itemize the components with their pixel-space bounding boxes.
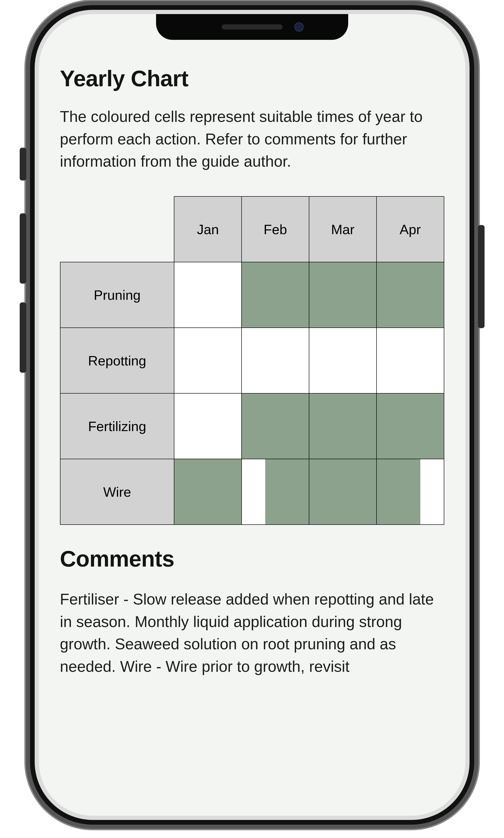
phone-bezel: Yearly Chart The coloured cells represen…: [39, 14, 465, 816]
col-header-jan: Jan: [174, 196, 241, 262]
volume-down-button[interactable]: [20, 302, 26, 373]
page-title: Yearly Chart: [60, 66, 444, 91]
chart-cell: [174, 262, 241, 328]
bezel-fade: [39, 788, 465, 816]
phone-frame: Yearly Chart The coloured cells represen…: [39, 14, 465, 816]
notch: [156, 14, 348, 40]
table-row: Fertilizing: [60, 393, 444, 459]
speaker-grille: [222, 24, 283, 30]
row-header: Fertilizing: [60, 393, 174, 459]
chart-cell: [377, 459, 444, 524]
chart-cell: [174, 393, 241, 459]
screen: Yearly Chart The coloured cells represen…: [39, 14, 465, 816]
col-header-mar: Mar: [309, 196, 377, 262]
chart-cell: [241, 328, 309, 393]
chart-cell: [377, 328, 444, 393]
chart-cell: [174, 459, 241, 524]
col-header-feb: Feb: [241, 196, 309, 262]
chart-cell: [174, 328, 241, 393]
row-header: Wire: [60, 459, 174, 524]
yearly-chart-table: Jan Feb Mar Apr PruningRepottingFertiliz…: [60, 196, 444, 525]
row-header: Pruning: [60, 262, 174, 328]
comments-body: Fertiliser - Slow release added when rep…: [60, 588, 444, 678]
row-header: Repotting: [60, 328, 174, 393]
chart-cell: [241, 393, 309, 459]
comments-title: Comments: [60, 546, 444, 572]
front-camera-icon: [294, 22, 304, 32]
chart-cell: [309, 262, 377, 328]
table-corner: [60, 196, 174, 262]
chart-cell: [309, 328, 377, 393]
table-row: Pruning: [60, 262, 444, 328]
chart-cell: [241, 262, 309, 328]
col-header-apr: Apr: [377, 196, 444, 262]
chart-cell: [309, 459, 377, 524]
chart-cell: [309, 393, 377, 459]
table-row: Wire: [60, 459, 444, 524]
chart-cell: [377, 262, 444, 328]
mute-switch[interactable]: [20, 148, 26, 180]
chart-body: PruningRepottingFertilizingWire: [60, 262, 444, 524]
chart-description: The coloured cells represent suitable ti…: [60, 106, 444, 173]
chart-cell: [241, 459, 309, 524]
volume-up-button[interactable]: [20, 213, 26, 284]
table-row: Repotting: [60, 328, 444, 393]
chart-cell: [377, 393, 444, 459]
power-button[interactable]: [478, 225, 485, 328]
